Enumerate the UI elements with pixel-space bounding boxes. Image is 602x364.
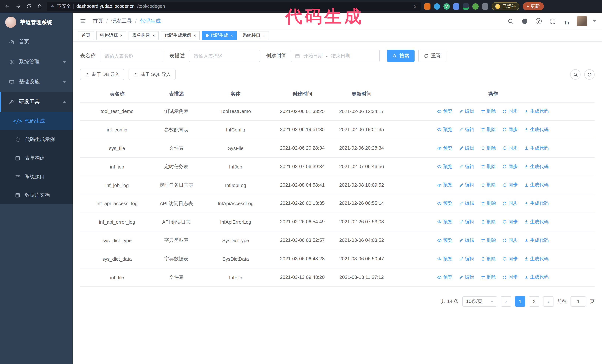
- preview-link[interactable]: 预览: [437, 200, 452, 207]
- delete-link[interactable]: 删除: [481, 164, 496, 170]
- tab-home[interactable]: 首页: [78, 31, 94, 40]
- font-size-icon[interactable]: TT: [563, 17, 571, 25]
- refresh-table-button[interactable]: [584, 69, 595, 80]
- generate-code-link[interactable]: 生成代码: [524, 237, 549, 243]
- tab-system-api[interactable]: 系统接口×: [239, 31, 269, 40]
- sidebar-item-infrastructure[interactable]: 基础设施: [0, 72, 73, 92]
- goto-page-input[interactable]: [570, 296, 586, 307]
- sync-link[interactable]: 同步: [502, 145, 517, 151]
- edit-link[interactable]: 编辑: [459, 145, 474, 151]
- tab-tracing[interactable]: 链路追踪×: [96, 31, 126, 40]
- sync-link[interactable]: 同步: [502, 200, 517, 207]
- close-icon[interactable]: ×: [152, 33, 155, 38]
- reload-button[interactable]: [25, 3, 32, 10]
- delete-link[interactable]: 删除: [481, 182, 496, 188]
- table-desc-input[interactable]: [189, 50, 260, 62]
- generate-code-link[interactable]: 生成代码: [524, 256, 549, 262]
- edit-link[interactable]: 编辑: [459, 182, 474, 188]
- delete-link[interactable]: 删除: [481, 200, 496, 207]
- search-icon[interactable]: [506, 17, 515, 25]
- generate-code-link[interactable]: 生成代码: [524, 182, 549, 188]
- edit-link[interactable]: 编辑: [459, 219, 474, 225]
- toggle-search-button[interactable]: [570, 69, 580, 80]
- edit-link[interactable]: 编辑: [459, 200, 474, 207]
- avatar-caret-icon[interactable]: [593, 20, 596, 22]
- collapse-menu-icon[interactable]: [78, 17, 87, 26]
- edit-link[interactable]: 编辑: [459, 274, 474, 281]
- tab-form-builder[interactable]: 表单构建×: [129, 31, 159, 40]
- sync-link[interactable]: 同步: [502, 274, 517, 281]
- ext-dark-icon[interactable]: [463, 3, 469, 10]
- page-button-1[interactable]: 1: [515, 296, 525, 307]
- fullscreen-icon[interactable]: [549, 17, 557, 25]
- sidebar-item-devtools[interactable]: 研发工具: [0, 92, 73, 112]
- preview-link[interactable]: 预览: [437, 274, 452, 281]
- sync-link[interactable]: 同步: [502, 256, 517, 262]
- sync-link[interactable]: 同步: [502, 127, 517, 133]
- update-button[interactable]: 更新: [523, 2, 544, 10]
- sidebar-item-db-docs[interactable]: 数据库文档: [0, 186, 73, 204]
- close-icon[interactable]: ×: [230, 33, 233, 38]
- page-size-select[interactable]: 10条/页: [462, 296, 497, 307]
- user-avatar[interactable]: [577, 16, 587, 26]
- delete-link[interactable]: 删除: [481, 145, 496, 151]
- ext-blue-icon[interactable]: [434, 3, 440, 10]
- close-icon[interactable]: ×: [120, 33, 123, 38]
- preview-link[interactable]: 预览: [437, 108, 452, 114]
- generate-code-link[interactable]: 生成代码: [524, 145, 549, 151]
- sidebar-item-system[interactable]: 系统管理: [0, 52, 73, 72]
- app-logo[interactable]: 芋道管理系统: [0, 13, 73, 32]
- paused-badge[interactable]: 已暂停: [492, 2, 519, 10]
- delete-link[interactable]: 删除: [481, 237, 496, 243]
- bookmark-star-icon[interactable]: ☆: [412, 3, 417, 9]
- address-bar[interactable]: ⚠ 不安全 dashboard.yudao.iocoder.cn/tool/co…: [47, 2, 421, 11]
- table-name-input[interactable]: [100, 50, 163, 62]
- generate-code-link[interactable]: 生成代码: [524, 219, 549, 225]
- breadcrumb-devtools[interactable]: 研发工具: [111, 18, 140, 24]
- sidebar-item-home[interactable]: 首页: [0, 32, 73, 52]
- ext-grid-icon[interactable]: [453, 3, 459, 10]
- close-icon[interactable]: ×: [263, 33, 265, 38]
- edit-link[interactable]: 编辑: [459, 237, 474, 243]
- import-db-button[interactable]: 基于 DB 导入: [80, 69, 124, 80]
- back-button[interactable]: [4, 3, 11, 10]
- preview-link[interactable]: 预览: [437, 164, 452, 170]
- edit-link[interactable]: 编辑: [459, 127, 474, 133]
- sidebar-item-codegen[interactable]: </> 代码生成: [0, 112, 73, 130]
- search-button[interactable]: 搜索: [387, 50, 415, 62]
- delete-link[interactable]: 删除: [481, 274, 496, 281]
- vue-devtools-icon[interactable]: V: [443, 3, 450, 10]
- preview-link[interactable]: 预览: [437, 127, 452, 133]
- breadcrumb-home[interactable]: 首页: [93, 18, 111, 24]
- generate-code-link[interactable]: 生成代码: [524, 200, 549, 207]
- close-icon[interactable]: ×: [194, 33, 196, 38]
- delete-link[interactable]: 删除: [481, 256, 496, 262]
- extensions-puzzle-icon[interactable]: [482, 3, 488, 10]
- import-sql-button[interactable]: 基于 SQL 导入: [129, 69, 176, 80]
- preview-link[interactable]: 预览: [437, 237, 452, 243]
- delete-link[interactable]: 删除: [481, 108, 496, 114]
- edit-link[interactable]: 编辑: [459, 256, 474, 262]
- generate-code-link[interactable]: 生成代码: [524, 164, 549, 170]
- forward-button[interactable]: [14, 3, 22, 10]
- generate-code-link[interactable]: 生成代码: [524, 108, 549, 114]
- edit-link[interactable]: 编辑: [459, 164, 474, 170]
- sidebar-item-form-builder[interactable]: 表单构建: [0, 149, 73, 167]
- delete-link[interactable]: 删除: [481, 127, 496, 133]
- sync-link[interactable]: 同步: [502, 219, 517, 225]
- sync-link[interactable]: 同步: [502, 108, 517, 114]
- ext-green-icon[interactable]: [472, 3, 479, 10]
- generate-code-link[interactable]: 生成代码: [524, 127, 549, 133]
- edit-link[interactable]: 编辑: [459, 108, 474, 114]
- sync-link[interactable]: 同步: [502, 182, 517, 188]
- page-button-2[interactable]: 2: [529, 296, 539, 307]
- date-range-picker[interactable]: 开始日期 - 结束日期: [291, 50, 380, 62]
- tab-codegen-example[interactable]: 代码生成示例×: [161, 31, 200, 40]
- preview-link[interactable]: 预览: [437, 182, 452, 188]
- reset-button[interactable]: 重置: [418, 50, 446, 62]
- browser-home-button[interactable]: [36, 3, 43, 10]
- sync-link[interactable]: 同步: [502, 237, 517, 243]
- prev-page-button[interactable]: ‹: [501, 296, 511, 307]
- github-icon[interactable]: [520, 17, 529, 25]
- sidebar-item-system-api[interactable]: 系统接口: [0, 167, 73, 186]
